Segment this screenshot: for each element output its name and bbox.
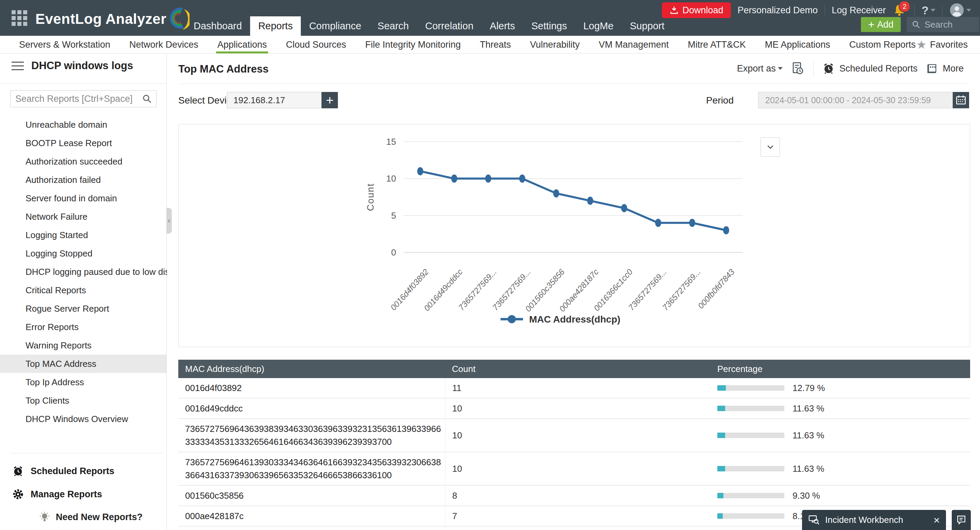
user-menu[interactable] <box>950 3 971 18</box>
nav-tab-search[interactable]: Search <box>369 16 417 36</box>
feedback-chat-button[interactable] <box>952 510 971 530</box>
export-schedule-icon[interactable] <box>791 62 804 75</box>
subnav-tab-cloud-sources[interactable]: Cloud Sources <box>276 36 356 53</box>
subnav-tab-applications[interactable]: Applications <box>208 36 277 53</box>
report-search-box[interactable] <box>10 90 156 107</box>
personalized-demo-link[interactable]: Personalized Demo <box>738 5 818 16</box>
sidebar-item-authorization-failed[interactable]: Authorization failed <box>0 171 166 189</box>
add-button[interactable]: + Add <box>861 17 901 32</box>
divider <box>813 61 814 76</box>
sidebar-item-logging-stopped[interactable]: Logging Stopped <box>0 244 166 263</box>
subnav-tab-vm-management[interactable]: VM Management <box>589 36 679 53</box>
sidebar-scheduled-reports[interactable]: Scheduled Reports <box>12 465 115 477</box>
notifications-bell[interactable]: 2 <box>892 3 907 18</box>
subnav-tab-threats[interactable]: Threats <box>470 36 520 53</box>
column-header-count[interactable]: Count <box>445 364 711 374</box>
download-icon <box>669 5 679 15</box>
more-menu-button[interactable]: More <box>926 63 964 74</box>
header-actions: Download Personalized Demo Log Receiver … <box>662 2 971 18</box>
sidebar-item-top-clients[interactable]: Top Clients <box>0 391 166 410</box>
sidebar-item-error-reports[interactable]: Error Reports <box>0 318 166 336</box>
percentage-bar-track <box>717 466 784 471</box>
line-chart: 151050Count0016d4f038920016d49cddcc73657… <box>179 125 970 347</box>
hamburger-menu-icon[interactable] <box>11 62 24 70</box>
period-input[interactable]: 2024-05-01 00:00:00 - 2024-05-30 23:59:5… <box>758 92 953 108</box>
svg-text:5: 5 <box>391 211 396 221</box>
divider <box>942 5 943 16</box>
sidebar-item-dhcp-windows-overview[interactable]: DHCP Windows Overview <box>0 410 166 428</box>
percentage-bar-track <box>717 513 784 519</box>
add-device-button[interactable]: + <box>321 92 338 108</box>
subnav-tab-file-integrity-monitoring[interactable]: File Integrity Monitoring <box>356 36 470 53</box>
sidebar-manage-reports[interactable]: Manage Reports <box>12 488 102 500</box>
table-row[interactable]: 0016d4f038921112.79 % <box>178 378 970 399</box>
log-receiver-link[interactable]: Log Receiver <box>832 5 886 16</box>
main-content: Top MAC Address Export as Scheduled Repo… <box>167 53 980 530</box>
sidebar-header: DHCP windows logs <box>0 60 133 72</box>
table-row[interactable]: 001560c3585689.30 % <box>178 486 970 506</box>
help-menu[interactable]: ? <box>921 4 935 17</box>
sidebar-collapse-handle[interactable]: ‹ <box>166 208 172 234</box>
mac-cell: 001560c35856 <box>178 486 445 506</box>
need-new-reports-link[interactable]: Need New Reports? <box>39 511 143 523</box>
manage-reports-label: Manage Reports <box>30 489 102 500</box>
table-row[interactable]: 0016d49cddcc1011.63 % <box>178 399 970 419</box>
sidebar-item-warning-reports[interactable]: Warning Reports <box>0 336 166 354</box>
favorites-button[interactable]: ★ Favorites <box>916 36 968 53</box>
sidebar-item-logging-started[interactable]: Logging Started <box>0 226 166 244</box>
nav-tab-logme[interactable]: LogMe <box>575 16 622 36</box>
percentage-bar-fill <box>717 405 725 411</box>
percentage-bar-track <box>717 385 784 391</box>
subnav-tab-vulnerability[interactable]: Vulnerability <box>520 36 589 53</box>
global-search[interactable]: Search <box>907 17 979 32</box>
incident-workbench-bar[interactable]: Incident Workbench × <box>802 510 946 530</box>
percentage-bar-fill <box>717 493 724 498</box>
sidebar-item-network-failure[interactable]: Network Failure <box>0 208 166 226</box>
subnav-tab-me-applications[interactable]: ME Applications <box>756 36 840 53</box>
device-input[interactable]: 192.168.2.17 <box>227 92 321 108</box>
chat-bubble-icon <box>956 515 967 525</box>
sidebar-item-dhcp-logging-paused-due-to-low-disk[interactable]: DHCP logging paused due to low disk <box>0 263 166 281</box>
divider <box>914 5 915 16</box>
sidebar-item-authorization-succeeded[interactable]: Authorization succeeded <box>0 152 166 171</box>
app-grid-icon[interactable] <box>11 10 27 26</box>
percentage-cell: 11.63 % <box>711 419 970 452</box>
export-as-dropdown[interactable]: Export as <box>737 63 783 74</box>
chart-collapse-button[interactable] <box>760 137 780 157</box>
table-row[interactable]: 7365727569646139303334346364616639323435… <box>178 452 970 486</box>
download-label: Download <box>682 5 723 16</box>
subnav-tab-network-devices[interactable]: Network Devices <box>120 36 208 53</box>
sidebar-item-rogue-server-report[interactable]: Rogue Server Report <box>0 299 166 318</box>
nav-tab-reports[interactable]: Reports <box>250 16 301 36</box>
lightbulb-icon <box>39 511 50 523</box>
report-search-input[interactable] <box>11 94 142 104</box>
sidebar-item-top-mac-address[interactable]: Top MAC Address <box>0 354 166 373</box>
column-header-mac[interactable]: MAC Address(dhcp) <box>178 364 445 374</box>
download-button[interactable]: Download <box>662 2 730 18</box>
subnav-tab-custom-reports[interactable]: Custom Reports <box>840 36 925 53</box>
collapse-arrow-icon: ‹ <box>168 216 170 225</box>
nav-tab-correlation[interactable]: Correlation <box>417 16 482 36</box>
column-header-percentage[interactable]: Percentage <box>711 364 970 374</box>
star-icon: ★ <box>916 39 926 50</box>
subnav-tab-mitre-att-ck[interactable]: Mitre ATT&CK <box>678 36 756 53</box>
sidebar-item-server-found-in-domain[interactable]: Server found in domain <box>0 189 166 208</box>
subnav-tab-servers-workstation[interactable]: Servers & Workstation <box>10 36 120 53</box>
percentage-bar-fill <box>717 433 725 438</box>
sidebar-item-top-ip-address[interactable]: Top Ip Address <box>0 373 166 391</box>
nav-tab-settings[interactable]: Settings <box>523 16 575 36</box>
need-new-reports-label: Need New Reports? <box>56 512 143 522</box>
nav-tab-alerts[interactable]: Alerts <box>482 16 523 36</box>
nav-tab-support[interactable]: Support <box>622 16 673 36</box>
table-row[interactable]: 7365727569643639383934633036396339323135… <box>178 419 970 452</box>
nav-tab-compliance[interactable]: Compliance <box>301 16 369 36</box>
calendar-button[interactable] <box>953 92 969 108</box>
scheduled-reports-button[interactable]: Scheduled Reports <box>822 62 918 75</box>
sidebar-item-unreachable-domain[interactable]: Unreachable domain <box>0 115 166 134</box>
count-cell: 11 <box>445 378 711 398</box>
close-icon[interactable]: × <box>933 515 940 525</box>
sidebar-item-critical-reports[interactable]: Critical Reports <box>0 281 166 299</box>
sidebar-item-bootp-lease-report[interactable]: BOOTP Lease Report <box>0 134 166 152</box>
chevron-down-icon <box>931 9 935 11</box>
nav-tab-dashboard[interactable]: Dashboard <box>185 16 250 36</box>
